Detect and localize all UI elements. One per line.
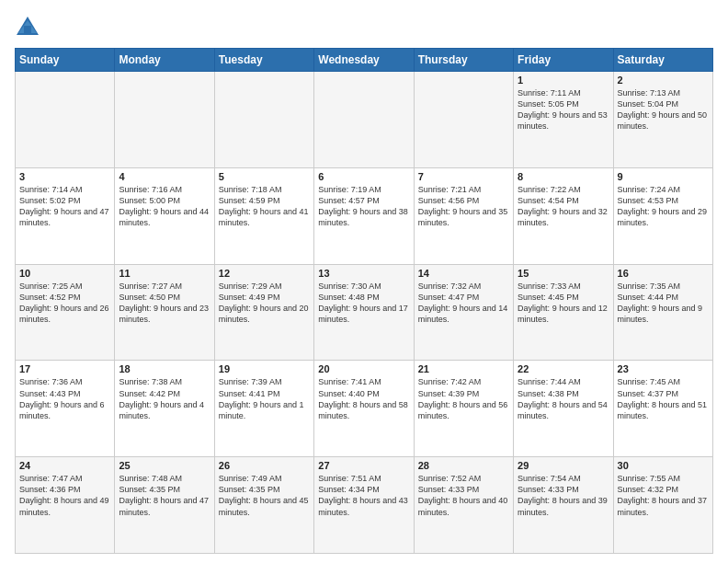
- day-number: 20: [318, 363, 409, 374]
- day-cell: 15Sunrise: 7:33 AM Sunset: 4:45 PM Dayli…: [514, 264, 613, 361]
- day-info: Sunrise: 7:55 AM Sunset: 4:32 PM Dayligh…: [618, 473, 709, 518]
- day-number: 3: [19, 171, 110, 182]
- day-number: 15: [518, 268, 609, 279]
- day-info: Sunrise: 7:14 AM Sunset: 5:02 PM Dayligh…: [19, 184, 110, 229]
- day-number: 30: [618, 460, 709, 471]
- day-cell: 11Sunrise: 7:27 AM Sunset: 4:50 PM Dayli…: [115, 264, 214, 361]
- week-row-3: 17Sunrise: 7:36 AM Sunset: 4:43 PM Dayli…: [16, 361, 713, 457]
- day-info: Sunrise: 7:13 AM Sunset: 5:04 PM Dayligh…: [618, 87, 709, 132]
- day-cell: 19Sunrise: 7:39 AM Sunset: 4:41 PM Dayli…: [214, 361, 313, 457]
- day-number: 5: [219, 171, 310, 182]
- day-number: 7: [418, 171, 509, 182]
- day-cell: 26Sunrise: 7:49 AM Sunset: 4:35 PM Dayli…: [214, 457, 313, 554]
- day-cell: 8Sunrise: 7:22 AM Sunset: 4:54 PM Daylig…: [514, 167, 613, 264]
- day-cell: 17Sunrise: 7:36 AM Sunset: 4:43 PM Dayli…: [16, 361, 115, 457]
- day-number: 26: [219, 460, 310, 471]
- week-row-0: 1Sunrise: 7:11 AM Sunset: 5:05 PM Daylig…: [16, 72, 713, 168]
- day-cell: 7Sunrise: 7:21 AM Sunset: 4:56 PM Daylig…: [414, 167, 513, 264]
- day-info: Sunrise: 7:29 AM Sunset: 4:49 PM Dayligh…: [219, 281, 310, 326]
- day-number: 13: [318, 268, 409, 279]
- day-number: 11: [119, 268, 210, 279]
- day-cell: 22Sunrise: 7:44 AM Sunset: 4:38 PM Dayli…: [514, 361, 613, 457]
- day-info: Sunrise: 7:27 AM Sunset: 4:50 PM Dayligh…: [119, 281, 210, 326]
- calendar-table: SundayMondayTuesdayWednesdayThursdayFrid…: [15, 48, 713, 554]
- day-info: Sunrise: 7:48 AM Sunset: 4:35 PM Dayligh…: [119, 473, 210, 518]
- day-cell: [314, 72, 414, 168]
- header-row: SundayMondayTuesdayWednesdayThursdayFrid…: [16, 49, 713, 72]
- day-cell: 1Sunrise: 7:11 AM Sunset: 5:05 PM Daylig…: [514, 72, 613, 168]
- day-number: 18: [119, 363, 210, 374]
- day-info: Sunrise: 7:44 AM Sunset: 4:38 PM Dayligh…: [518, 376, 609, 421]
- day-info: Sunrise: 7:41 AM Sunset: 4:40 PM Dayligh…: [318, 376, 409, 421]
- week-row-2: 10Sunrise: 7:25 AM Sunset: 4:52 PM Dayli…: [16, 264, 713, 361]
- col-header-thursday: Thursday: [414, 49, 513, 72]
- day-cell: 16Sunrise: 7:35 AM Sunset: 4:44 PM Dayli…: [613, 264, 712, 361]
- col-header-saturday: Saturday: [613, 49, 712, 72]
- day-number: 28: [418, 460, 509, 471]
- day-info: Sunrise: 7:45 AM Sunset: 4:37 PM Dayligh…: [618, 376, 709, 421]
- day-cell: 20Sunrise: 7:41 AM Sunset: 4:40 PM Dayli…: [314, 361, 414, 457]
- day-number: 29: [518, 460, 609, 471]
- day-info: Sunrise: 7:51 AM Sunset: 4:34 PM Dayligh…: [318, 473, 409, 518]
- day-info: Sunrise: 7:47 AM Sunset: 4:36 PM Dayligh…: [19, 473, 110, 518]
- day-number: 17: [19, 363, 110, 374]
- day-info: Sunrise: 7:24 AM Sunset: 4:53 PM Dayligh…: [618, 184, 709, 229]
- col-header-friday: Friday: [514, 49, 613, 72]
- day-cell: 25Sunrise: 7:48 AM Sunset: 4:35 PM Dayli…: [115, 457, 214, 554]
- day-number: 9: [618, 171, 709, 182]
- day-number: 25: [119, 460, 210, 471]
- day-cell: 3Sunrise: 7:14 AM Sunset: 5:02 PM Daylig…: [16, 167, 115, 264]
- day-info: Sunrise: 7:25 AM Sunset: 4:52 PM Dayligh…: [19, 281, 110, 326]
- day-number: 12: [219, 268, 310, 279]
- col-header-wednesday: Wednesday: [314, 49, 414, 72]
- day-cell: 9Sunrise: 7:24 AM Sunset: 4:53 PM Daylig…: [613, 167, 712, 264]
- col-header-monday: Monday: [115, 49, 214, 72]
- day-info: Sunrise: 7:32 AM Sunset: 4:47 PM Dayligh…: [418, 281, 509, 326]
- week-row-4: 24Sunrise: 7:47 AM Sunset: 4:36 PM Dayli…: [16, 457, 713, 554]
- day-cell: 18Sunrise: 7:38 AM Sunset: 4:42 PM Dayli…: [115, 361, 214, 457]
- day-cell: 30Sunrise: 7:55 AM Sunset: 4:32 PM Dayli…: [613, 457, 712, 554]
- day-info: Sunrise: 7:38 AM Sunset: 4:42 PM Dayligh…: [119, 376, 210, 421]
- day-cell: 29Sunrise: 7:54 AM Sunset: 4:33 PM Dayli…: [514, 457, 613, 554]
- day-cell: [414, 72, 513, 168]
- week-row-1: 3Sunrise: 7:14 AM Sunset: 5:02 PM Daylig…: [16, 167, 713, 264]
- day-info: Sunrise: 7:39 AM Sunset: 4:41 PM Dayligh…: [219, 376, 310, 421]
- day-cell: 21Sunrise: 7:42 AM Sunset: 4:39 PM Dayli…: [414, 361, 513, 457]
- day-cell: [214, 72, 313, 168]
- day-info: Sunrise: 7:52 AM Sunset: 4:33 PM Dayligh…: [418, 473, 509, 518]
- day-number: 6: [318, 171, 409, 182]
- day-cell: 27Sunrise: 7:51 AM Sunset: 4:34 PM Dayli…: [314, 457, 414, 554]
- day-number: 21: [418, 363, 509, 374]
- day-cell: 4Sunrise: 7:16 AM Sunset: 5:00 PM Daylig…: [115, 167, 214, 264]
- day-cell: 23Sunrise: 7:45 AM Sunset: 4:37 PM Dayli…: [613, 361, 712, 457]
- calendar-header: SundayMondayTuesdayWednesdayThursdayFrid…: [16, 49, 713, 72]
- day-number: 8: [518, 171, 609, 182]
- day-cell: 24Sunrise: 7:47 AM Sunset: 4:36 PM Dayli…: [16, 457, 115, 554]
- day-cell: 13Sunrise: 7:30 AM Sunset: 4:48 PM Dayli…: [314, 264, 414, 361]
- day-info: Sunrise: 7:36 AM Sunset: 4:43 PM Dayligh…: [19, 376, 110, 421]
- day-info: Sunrise: 7:19 AM Sunset: 4:57 PM Dayligh…: [318, 184, 409, 229]
- day-number: 2: [618, 75, 709, 86]
- header: [15, 15, 713, 40]
- day-info: Sunrise: 7:35 AM Sunset: 4:44 PM Dayligh…: [618, 281, 709, 326]
- day-number: 22: [518, 363, 609, 374]
- day-info: Sunrise: 7:16 AM Sunset: 5:00 PM Dayligh…: [119, 184, 210, 229]
- day-number: 23: [618, 363, 709, 374]
- day-number: 14: [418, 268, 509, 279]
- day-cell: 28Sunrise: 7:52 AM Sunset: 4:33 PM Dayli…: [414, 457, 513, 554]
- day-cell: [16, 72, 115, 168]
- day-number: 1: [518, 75, 609, 86]
- day-info: Sunrise: 7:21 AM Sunset: 4:56 PM Dayligh…: [418, 184, 509, 229]
- day-info: Sunrise: 7:30 AM Sunset: 4:48 PM Dayligh…: [318, 281, 409, 326]
- day-cell: 6Sunrise: 7:19 AM Sunset: 4:57 PM Daylig…: [314, 167, 414, 264]
- day-cell: [115, 72, 214, 168]
- svg-rect-2: [24, 26, 31, 35]
- day-number: 19: [219, 363, 310, 374]
- day-number: 4: [119, 171, 210, 182]
- calendar: SundayMondayTuesdayWednesdayThursdayFrid…: [15, 48, 713, 554]
- day-info: Sunrise: 7:49 AM Sunset: 4:35 PM Dayligh…: [219, 473, 310, 518]
- day-info: Sunrise: 7:11 AM Sunset: 5:05 PM Dayligh…: [518, 87, 609, 132]
- day-number: 16: [618, 268, 709, 279]
- day-cell: 2Sunrise: 7:13 AM Sunset: 5:04 PM Daylig…: [613, 72, 712, 168]
- day-number: 24: [19, 460, 110, 471]
